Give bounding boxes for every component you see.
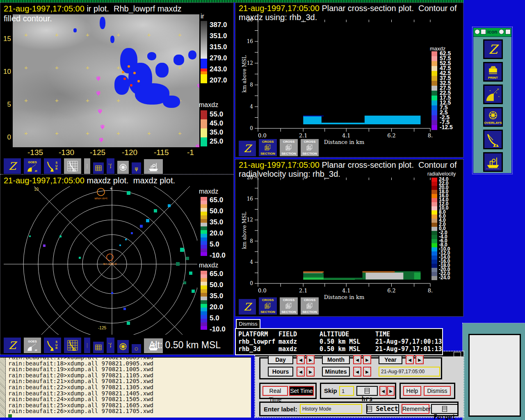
help-button[interactable]: Help	[403, 386, 421, 396]
year-button[interactable]: Year	[379, 355, 402, 364]
day-back-button[interactable]: ◀	[297, 355, 305, 364]
timestamp: 21-aug-1997,17:05:00	[4, 176, 84, 185]
goes-tool-button[interactable]: GOES.IR	[23, 158, 42, 175]
colorbar-segment	[201, 219, 207, 223]
colorbar-segment	[201, 274, 207, 278]
colorbar-segment	[201, 128, 207, 137]
cross-bottom-label: SECTION	[302, 152, 317, 155]
zebra-tool-button[interactable]: Z	[3, 337, 22, 354]
label-value-field[interactable]: History Mode	[300, 404, 362, 414]
cross-tool-button[interactable]: CROSSSECTION	[258, 297, 278, 315]
skip-forward-button[interactable]: ▶	[387, 386, 395, 396]
window-minimize-button[interactable]	[499, 29, 504, 34]
cross-icon	[301, 144, 318, 152]
zebra-icon: Z	[5, 339, 20, 352]
grid-tool-button[interactable]	[92, 162, 105, 175]
minutes-forward-button[interactable]: ▶	[363, 367, 371, 377]
year-back-button[interactable]: ◀	[406, 355, 414, 364]
terminal-window[interactable]: rain:beaufait:17>xdump.all 970821.0805.x…	[0, 357, 251, 418]
gridradar-tool-button[interactable]	[63, 158, 82, 175]
zebra-tool-button[interactable]: Z	[238, 298, 257, 315]
real-time-button[interactable]: Real Time	[262, 386, 288, 396]
forget-button[interactable]: Forget	[431, 404, 458, 414]
hours-forward-button[interactable]: ▶	[306, 367, 315, 377]
time-value-field[interactable]: 21-Aug-97,17:05:00	[379, 367, 440, 377]
zebra-tool-button[interactable]: Z	[238, 140, 257, 157]
colorbar-segment	[201, 137, 207, 146]
ship-tool-button[interactable]	[143, 158, 164, 175]
cross-tool-button[interactable]: CROSSSECTION	[300, 297, 320, 315]
skip-units-button[interactable]: hrs	[356, 386, 378, 396]
hours-button[interactable]: Hours	[268, 367, 293, 377]
month-back-button[interactable]: ◀	[353, 355, 361, 364]
skip-value-field[interactable]: 1	[339, 386, 354, 396]
minutes-back-button[interactable]: ◀	[353, 367, 361, 377]
colorbar-segment	[431, 115, 437, 120]
cross-tool-button[interactable]: CROSSSECTION	[300, 138, 320, 157]
grid-plus-marker: +	[24, 98, 28, 103]
month-button[interactable]: Month	[322, 355, 350, 364]
bounds-tool-button[interactable]: BOUNDS	[83, 158, 91, 175]
set-time-button[interactable]: Set Time	[289, 386, 314, 396]
cs1-title-line2: maxdz using: rhb_3d.	[239, 13, 317, 22]
remember-button[interactable]: Remember	[402, 404, 429, 414]
ir-maxdz-colorbar	[201, 110, 207, 146]
svg-text:8.: 8.	[428, 288, 433, 294]
gridradar-tool-button[interactable]	[63, 337, 82, 354]
svg-text:S: S	[87, 168, 88, 169]
window-dot-button[interactable]	[475, 29, 480, 34]
zebra-tool-button[interactable]: Z	[3, 158, 22, 175]
window-maximize-button[interactable]	[505, 29, 511, 34]
buoy-tool-button[interactable]: ψ	[131, 162, 142, 175]
hours-back-button[interactable]: ◀	[297, 367, 305, 377]
sur-tool-button[interactable]: SUR	[43, 158, 62, 175]
colorbar-segment	[201, 289, 207, 293]
select-button[interactable]: Select	[366, 404, 399, 414]
wheel-tool-button[interactable]	[116, 160, 130, 175]
year-forward-button[interactable]: ▶	[415, 355, 424, 364]
bounds-tool-button[interactable]: BOUNDS	[83, 337, 91, 354]
circle-tool-button[interactable]	[131, 343, 142, 354]
print-launcher-button[interactable]: PRINT	[483, 62, 503, 82]
ship-launcher-button[interactable]	[483, 152, 503, 172]
day-button[interactable]: Day	[268, 355, 293, 364]
terminal-line: rain:beaufait:22>xdump.all 970821.1305.x…	[8, 384, 251, 390]
cs1-plot-area[interactable]: 0481216200.02.14.16.28.Distance in kmkm …	[235, 3, 463, 148]
cross-tool-button[interactable]: CROSSSECTION	[279, 297, 299, 315]
radar-ppi-display[interactable]: who<-m+t+b<-125-9	[4, 186, 197, 335]
satellite-image[interactable]: ++++++++++++++++++++++++ψψψψψψψ	[13, 14, 199, 147]
convective-dot	[122, 71, 124, 73]
colorbar-segment	[201, 241, 207, 245]
sur-tool-button[interactable]: SUR	[43, 337, 62, 354]
dismiss-time-button[interactable]: Dismiss	[424, 386, 451, 396]
svg-text:8: 8	[250, 82, 253, 88]
grid-plus-marker: +	[55, 131, 59, 135]
colorbar-segment	[431, 227, 437, 231]
wheel-launcher-button[interactable]: OVERLAYS	[483, 107, 503, 127]
grid-plus-marker: +	[86, 33, 89, 37]
map-tool-button[interactable]: MAP	[106, 158, 115, 175]
dish-launcher-button[interactable]	[483, 130, 503, 149]
cross-tool-button[interactable]: CROSSSECTION	[279, 138, 299, 157]
grid-plus-marker: +	[24, 131, 28, 135]
goes-tool-button[interactable]: GOES.IR	[23, 337, 42, 354]
month-forward-button[interactable]: ▶	[363, 355, 371, 364]
terminal-scrollbar[interactable]	[0, 358, 6, 418]
cs2-plot-area[interactable]: 0481216200.02.14.16.28.Distance in kmkm …	[235, 160, 463, 305]
grid-plus-marker: +	[86, 98, 89, 103]
day-forward-button[interactable]: ▶	[306, 355, 315, 364]
wheel-tool-button[interactable]	[116, 339, 130, 354]
grid-tool-button[interactable]	[92, 341, 105, 354]
minutes-button[interactable]: Minutes	[322, 367, 350, 377]
satellite-launcher-button[interactable]	[483, 84, 503, 104]
svg-text:12: 12	[247, 60, 253, 66]
zebra-launcher-button[interactable]: Z	[483, 39, 503, 59]
cross-tool-button[interactable]: CROSSSECTION	[258, 138, 278, 157]
window-menu-button[interactable]	[481, 29, 486, 34]
titlebar-menu-button[interactable]	[454, 352, 461, 357]
map-tool-button[interactable]: MAP	[106, 337, 115, 354]
colorbar-segment	[201, 215, 207, 219]
skip-back-button[interactable]: ◀	[379, 386, 387, 396]
radar-colorbar1	[201, 197, 207, 256]
icon-window-titlebar[interactable]: icon	[473, 28, 511, 37]
